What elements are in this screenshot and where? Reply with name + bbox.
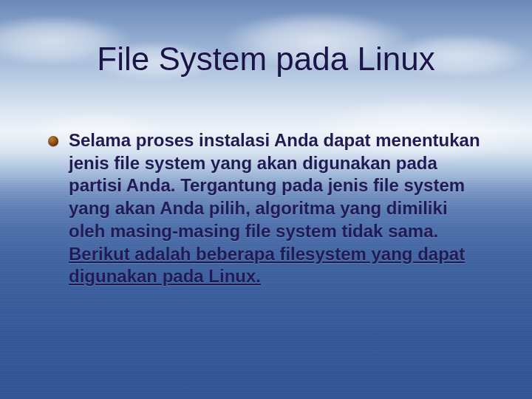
bullet-text: Selama proses instalasi Anda dapat menen… (69, 129, 488, 288)
slide-title: File System pada Linux (0, 41, 532, 78)
slide: File System pada Linux Selama proses ins… (0, 0, 532, 399)
bullet-text-underlined: Berikut adalah beberapa filesystem yang … (69, 244, 465, 287)
bullet-text-normal: Selama proses instalasi Anda dapat menen… (69, 130, 480, 241)
slide-body: Selama proses instalasi Anda dapat menen… (48, 129, 488, 288)
bullet-icon (48, 136, 58, 146)
bullet-item: Selama proses instalasi Anda dapat menen… (48, 129, 488, 288)
